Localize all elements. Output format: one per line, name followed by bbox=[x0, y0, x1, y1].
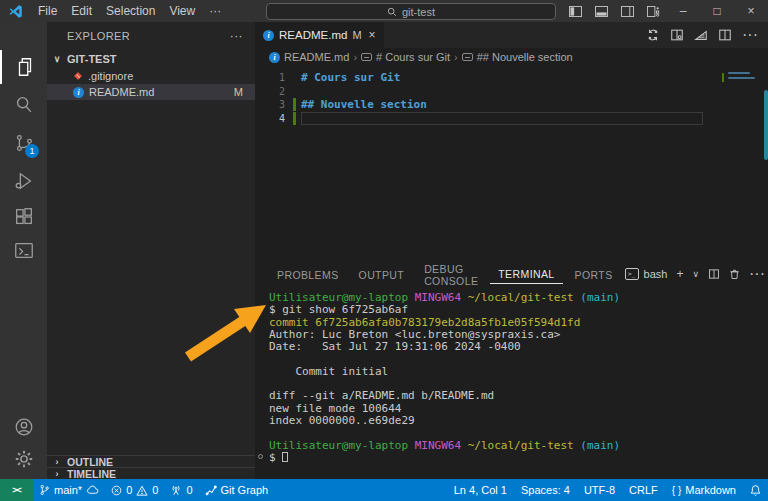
timeline-section[interactable]: › TIMELINE bbox=[47, 467, 255, 479]
editor-more-actions-icon[interactable]: ··· bbox=[742, 26, 758, 44]
window-maximize-button[interactable]: □ bbox=[700, 0, 734, 22]
tree-root-git-test[interactable]: ∨ GIT-TEST bbox=[47, 50, 255, 68]
menubar-item-selection[interactable]: Selection bbox=[99, 4, 162, 18]
search-sidebar-icon[interactable] bbox=[0, 88, 47, 122]
terminal-cursor bbox=[282, 452, 288, 462]
new-terminal-icon[interactable]: + bbox=[676, 267, 683, 281]
git-graph-status[interactable]: Git Graph bbox=[199, 479, 275, 501]
menubar-item-file[interactable]: File bbox=[31, 4, 64, 18]
code-line[interactable]: 1# Cours sur Git bbox=[255, 71, 768, 85]
file-row-gitignore[interactable]: .gitignore bbox=[47, 68, 255, 84]
git-graph-icon bbox=[205, 484, 217, 496]
open-preview-icon[interactable] bbox=[670, 28, 684, 42]
code-line[interactable]: 4 bbox=[255, 112, 768, 126]
breadcrumb-file[interactable]: README.md bbox=[284, 51, 349, 63]
markdown-symbol-icon bbox=[462, 53, 473, 61]
terminal-line: Commit initial bbox=[269, 365, 768, 377]
open-changes-icon[interactable] bbox=[646, 28, 660, 42]
remote-indicator[interactable]: >< bbox=[0, 479, 33, 501]
panel-tab-output[interactable]: OUTPUT bbox=[351, 265, 413, 284]
encoding-status[interactable]: UTF-8 bbox=[577, 479, 622, 501]
customize-layout-icon[interactable] bbox=[640, 0, 666, 22]
code-line[interactable]: 3## Nouvelle section bbox=[255, 98, 768, 112]
panel-tab-ports[interactable]: PORTS bbox=[567, 265, 621, 284]
menubar-item-edit[interactable]: Edit bbox=[64, 4, 99, 18]
window-minimize-button[interactable]: – bbox=[666, 0, 700, 22]
split-editor-icon[interactable] bbox=[718, 28, 732, 42]
panel-tab-problems[interactable]: PROBLEMS bbox=[269, 265, 347, 284]
indentation-status[interactable]: Spaces: 4 bbox=[514, 479, 577, 501]
info-file-icon: i bbox=[73, 87, 84, 98]
toggle-sidebar-icon[interactable] bbox=[562, 0, 588, 22]
activity-bar: 1 bbox=[0, 22, 47, 479]
panel-more-actions-icon[interactable]: ··· bbox=[749, 265, 765, 283]
terminal-text: MINGW64 bbox=[415, 291, 461, 304]
terminal-output[interactable]: Utilisateur@my-laptop MINGW64 ~/local/gi… bbox=[255, 286, 768, 479]
menubar-item-view[interactable]: View bbox=[162, 4, 202, 18]
split-terminal-icon[interactable] bbox=[708, 268, 720, 280]
minimap[interactable] bbox=[728, 72, 758, 82]
breadcrumb-h1[interactable]: # Cours sur Git bbox=[376, 51, 450, 63]
branch-label: main* bbox=[54, 484, 82, 496]
terminal-profile[interactable]: >_ bash bbox=[625, 268, 668, 280]
status-bar: >< main* 0 0 0 Git Graph Ln 4, Col 1 Spa… bbox=[0, 479, 768, 501]
file-row-readme[interactable]: i README.md M bbox=[47, 84, 255, 100]
terminal-activity-icon[interactable] bbox=[0, 234, 47, 268]
terminal-line: diff --git a/README.md b/README.md bbox=[269, 389, 768, 401]
extensions-icon[interactable] bbox=[0, 200, 47, 234]
notifications-status[interactable] bbox=[743, 479, 768, 501]
timeline-label: TIMELINE bbox=[67, 468, 116, 480]
tab-close-icon[interactable]: × bbox=[369, 28, 376, 42]
run-debug-icon[interactable] bbox=[0, 164, 47, 198]
terminal-text: ~/local/git-test bbox=[468, 439, 574, 452]
terminal-line: index 0000000..e69de29 bbox=[269, 414, 768, 426]
terminal-line bbox=[269, 377, 768, 389]
breadcrumb-h2[interactable]: ## Nouvelle section bbox=[477, 51, 573, 63]
branch-status[interactable]: main* bbox=[33, 479, 105, 501]
toggle-panel-icon[interactable] bbox=[588, 0, 614, 22]
panel-tab-debug-console[interactable]: DEBUG CONSOLE bbox=[416, 259, 486, 290]
source-control-icon[interactable]: 1 bbox=[0, 126, 47, 160]
explorer-icon[interactable] bbox=[0, 50, 47, 84]
explorer-more-actions-icon[interactable]: ··· bbox=[230, 29, 243, 43]
problems-status[interactable]: 0 0 bbox=[105, 479, 164, 501]
cursor-position-status[interactable]: Ln 4, Col 1 bbox=[447, 479, 514, 501]
markdown-preview-icon[interactable] bbox=[694, 28, 708, 42]
panel-header: PROBLEMSOUTPUTDEBUG CONSOLETERMINALPORTS… bbox=[255, 262, 768, 286]
code-line[interactable]: 2 bbox=[255, 85, 768, 99]
kill-terminal-icon[interactable] bbox=[729, 268, 740, 280]
toggle-secondary-sidebar-icon[interactable] bbox=[614, 0, 640, 22]
breadcrumb: i README.md › # Cours sur Git › ## Nouve… bbox=[255, 48, 768, 66]
terminal-text: diff --git a/README.md b/README.md bbox=[269, 389, 494, 402]
terminal-text: Author: Luc Breton <luc.breton@syspraxis… bbox=[269, 328, 560, 341]
line-number: 4 bbox=[255, 113, 285, 124]
info-file-icon: i bbox=[269, 52, 280, 63]
overview-ruler[interactable] bbox=[764, 90, 768, 160]
accounts-icon[interactable] bbox=[0, 410, 47, 444]
settings-gear-icon[interactable] bbox=[0, 442, 47, 476]
broadcast-tower-icon bbox=[170, 484, 182, 496]
terminal-text: Commit initial bbox=[269, 365, 388, 378]
terminal-text: ~/local/git-test bbox=[468, 291, 574, 304]
code-editor[interactable]: 1# Cours sur Git23## Nouvelle section4 bbox=[255, 66, 768, 262]
eol-status[interactable]: CRLF bbox=[622, 479, 665, 501]
tab-readme[interactable]: i README.md M × bbox=[255, 22, 384, 48]
terminal-line: commit 6f725ab6afa0b783179eb2d8a5fb1e05f… bbox=[269, 316, 768, 328]
menu-more-icon[interactable]: ··· bbox=[202, 4, 228, 18]
tab-modified-badge: M bbox=[352, 29, 361, 41]
outline-section[interactable]: › OUTLINE bbox=[47, 455, 255, 467]
gutter-indicator bbox=[293, 98, 296, 111]
command-center-search[interactable]: git-test bbox=[266, 3, 556, 20]
language-status[interactable]: { } Markdown bbox=[665, 479, 743, 501]
window-close-button[interactable]: × bbox=[734, 0, 768, 22]
ports-status[interactable]: 0 bbox=[164, 479, 198, 501]
panel-tab-terminal[interactable]: TERMINAL bbox=[490, 264, 562, 284]
command-decoration-icon[interactable] bbox=[258, 454, 263, 459]
terminal-dropdown-icon[interactable]: ∨ bbox=[692, 269, 699, 279]
terminal-text: index 0000000..e69de29 bbox=[269, 414, 415, 427]
markdown-symbol-icon bbox=[361, 53, 372, 61]
info-file-icon: i bbox=[263, 30, 274, 41]
code-text: # Cours sur Git bbox=[301, 71, 400, 84]
line-number: 1 bbox=[255, 72, 285, 83]
terminal-text: $ bbox=[269, 451, 282, 464]
